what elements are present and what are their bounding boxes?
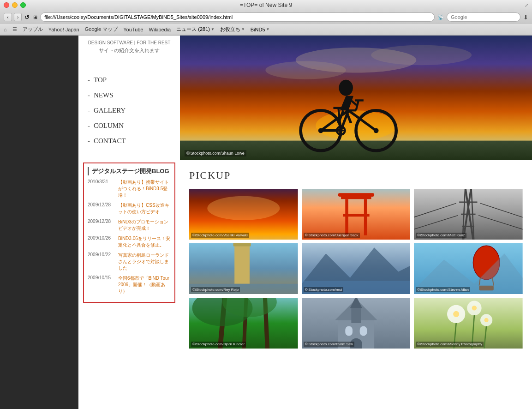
blog-date-2: 2009/12/28 bbox=[88, 202, 115, 215]
nav-menu: - TOP - NEWS - GALLERY - COLUMN - CONT bbox=[78, 63, 180, 158]
home-bookmark-icon[interactable]: ⌂ bbox=[4, 27, 7, 32]
intro-text: サイトの紹介文を入れます bbox=[86, 47, 173, 54]
main-content: DESIGN SOFTWARE | FOR THE REST サイトの紹介文を入… bbox=[78, 36, 532, 409]
blog-link-5[interactable]: 写真家の桐島ローランドさんとラジオで対談しました bbox=[118, 252, 171, 271]
svg-rect-32 bbox=[364, 199, 367, 235]
pickup-item-trees[interactable]: ©iStockphoto.com/Bjorn Kindler bbox=[189, 298, 298, 349]
list-item: 2009/12/28 【動画あり】CSS改造キットの使い方ビデオ bbox=[88, 202, 171, 215]
pickup-item-flowers[interactable]: ©iStockphoto.com/Mienny Photography bbox=[414, 298, 523, 349]
nav-dash-contact: - bbox=[88, 137, 90, 145]
bookmarks-icon[interactable]: ☰ bbox=[12, 26, 17, 32]
bookmark-bind5[interactable]: BiND5 ▼ bbox=[251, 27, 270, 32]
pickup-caption-4: ©iStockphoto.com/Rey Rojo bbox=[191, 287, 240, 292]
svg-point-76 bbox=[453, 311, 459, 317]
pickup-caption-6: ©iStockphoto.com/Steven Allan bbox=[416, 287, 470, 292]
svg-point-2 bbox=[265, 61, 346, 79]
bookmark-youtube[interactable]: YouTube bbox=[123, 27, 143, 32]
svg-rect-46 bbox=[234, 243, 250, 284]
list-item: 2010/3/31 【動画あり】携帯サイトがつくれる！BiND3.5登場！ bbox=[88, 179, 171, 198]
pickup-section: PICKUP bbox=[180, 160, 532, 358]
blog-link-2[interactable]: 【動画あり】CSS改造キットの使い方ビデオ bbox=[118, 202, 171, 215]
bookmark-google-maps[interactable]: Google マップ bbox=[85, 26, 118, 33]
nav-dash-column: - bbox=[88, 122, 90, 130]
list-item: 2009/10/26 BiND3.06をリリース！安定化と不具合を修正。 bbox=[88, 235, 171, 248]
refresh-button[interactable]: ↺ bbox=[24, 14, 30, 21]
home-button[interactable]: ⊞ bbox=[33, 14, 37, 20]
svg-rect-47 bbox=[233, 243, 251, 247]
nav-column[interactable]: - COLUMN bbox=[78, 118, 180, 133]
forward-button[interactable]: › bbox=[14, 13, 22, 21]
pickup-caption-1: ©iStockphoto.com/Vasiliki Varvaki bbox=[191, 233, 249, 238]
toolbar: ‹ › ↺ ⊞ 📡 ⬇ bbox=[0, 10, 532, 24]
nav-news[interactable]: - NEWS bbox=[78, 88, 180, 103]
blog-link-4[interactable]: BiND3.06をリリース！安定化と不具合を修正。 bbox=[118, 235, 171, 248]
blog-link-6[interactable]: 全国6都市で「BiND Tour 2009」開催！（動画あり） bbox=[118, 275, 171, 295]
pickup-item-tower[interactable]: ©iStockphoto.com/Matt Kunz bbox=[414, 189, 523, 240]
close-button[interactable] bbox=[4, 2, 9, 8]
svg-rect-30 bbox=[341, 197, 371, 199]
svg-rect-29 bbox=[338, 193, 374, 197]
blog-link-1[interactable]: 【動画あり】携帯サイトがつくれる！BiND3.5登場！ bbox=[118, 179, 171, 198]
svg-rect-31 bbox=[345, 199, 348, 235]
nav-column-label: COLUMN bbox=[94, 122, 124, 130]
blog-date-1: 2010/3/31 bbox=[88, 179, 115, 198]
svg-point-78 bbox=[472, 306, 477, 310]
page-area: DESIGN SOFTWARE | FOR THE REST サイトの紹介文を入… bbox=[0, 36, 532, 409]
svg-point-27 bbox=[207, 196, 280, 220]
nav-dash-top: - bbox=[88, 76, 90, 84]
svg-rect-33 bbox=[343, 214, 370, 217]
nav-contact[interactable]: - CONTACT bbox=[78, 133, 180, 149]
pickup-caption-5: ©iStockphoto.com/rest bbox=[304, 287, 344, 292]
pickup-caption-3: ©iStockphoto.com/Matt Kunz bbox=[416, 233, 466, 238]
traffic-lights bbox=[4, 2, 26, 8]
maximize-button[interactable] bbox=[20, 2, 26, 8]
news-dropdown-arrow: ▼ bbox=[211, 27, 215, 31]
pickup-item-sky[interactable]: ©iStockphoto.com/Vasiliki Varvaki bbox=[189, 189, 298, 240]
nav-dash-gallery: - bbox=[88, 107, 90, 114]
hero-image: ©iStockphoto.com/Shaun Lowe bbox=[180, 36, 532, 160]
svg-rect-71 bbox=[345, 326, 353, 336]
nav-news-label: NEWS bbox=[94, 91, 114, 99]
url-bar[interactable] bbox=[40, 12, 435, 22]
minimize-button[interactable] bbox=[12, 2, 18, 8]
pickup-item-church[interactable]: ©iStockphoto.com/Evrim Sen bbox=[302, 298, 411, 349]
blog-date-3: 2009/12/28 bbox=[88, 219, 115, 232]
resize-icon[interactable]: ⤢ bbox=[525, 3, 528, 8]
hero-caption: ©iStockphoto.com/Shaun Lowe bbox=[185, 150, 246, 156]
nav-top-label: TOP bbox=[94, 76, 107, 84]
bookmark-useful[interactable]: お役立ち ▼ bbox=[220, 26, 245, 33]
left-panel: DESIGN SOFTWARE | FOR THE REST サイトの紹介文を入… bbox=[78, 36, 180, 409]
useful-dropdown-arrow: ▼ bbox=[241, 27, 245, 31]
pickup-item-lake[interactable]: ©iStockphoto.com/rest bbox=[302, 243, 411, 294]
search-input[interactable] bbox=[447, 12, 520, 22]
browser-chrome: =TOP= of New Site 9 ⤢ ‹ › ↺ ⊞ 📡 ⬇ ⌂ ☰ アッ… bbox=[0, 0, 532, 36]
nav-top[interactable]: - TOP bbox=[78, 72, 180, 88]
title-bar: =TOP= of New Site 9 ⤢ bbox=[0, 0, 532, 10]
window-title: =TOP= of New Site 9 bbox=[240, 2, 292, 8]
back-button[interactable]: ‹ bbox=[4, 13, 12, 21]
download-icon[interactable]: ⬇ bbox=[523, 14, 528, 21]
bookmark-yahoo[interactable]: Yahoo! Japan bbox=[48, 27, 79, 32]
site-intro: DESIGN SOFTWARE | FOR THE REST サイトの紹介文を入… bbox=[78, 36, 180, 63]
nav-gallery[interactable]: - GALLERY bbox=[78, 103, 180, 118]
rss-icon: 📡 bbox=[437, 14, 444, 20]
bookmark-news[interactable]: ニュース (281) ▼ bbox=[176, 26, 215, 33]
svg-rect-72 bbox=[359, 326, 367, 336]
bookmark-wikipedia[interactable]: Wikipedia bbox=[149, 27, 171, 32]
pickup-item-balloon[interactable]: ©iStockphoto.com/Steven Allan bbox=[414, 243, 523, 294]
pickup-grid: ©iStockphoto.com/Vasiliki Varvaki bbox=[189, 189, 523, 349]
pickup-caption-8: ©iStockphoto.com/Evrim Sen bbox=[304, 342, 354, 347]
nav-contact-label: CONTACT bbox=[94, 137, 126, 145]
bookmark-apple[interactable]: アップル bbox=[23, 26, 43, 33]
pickup-caption-2: ©iStockphoto.com/Juergen Sack bbox=[304, 233, 360, 238]
blog-link-3[interactable]: BiND3のプロモーションビデオが完成！ bbox=[118, 219, 171, 232]
blog-date-5: 2009/10/22 bbox=[88, 252, 115, 271]
list-item: 2009/10/15 全国6都市で「BiND Tour 2009」開催！（動画あ… bbox=[88, 275, 171, 295]
pickup-caption-7: ©iStockphoto.com/Bjorn Kindler bbox=[191, 342, 246, 347]
nav-dash-news: - bbox=[88, 91, 90, 99]
pickup-item-venice[interactable]: ©iStockphoto.com/Rey Rojo bbox=[189, 243, 298, 294]
pickup-item-gate[interactable]: ©iStockphoto.com/Juergen Sack bbox=[302, 189, 411, 240]
blog-date-4: 2009/10/26 bbox=[88, 235, 115, 248]
svg-point-3 bbox=[371, 45, 472, 66]
svg-point-22 bbox=[339, 80, 353, 96]
